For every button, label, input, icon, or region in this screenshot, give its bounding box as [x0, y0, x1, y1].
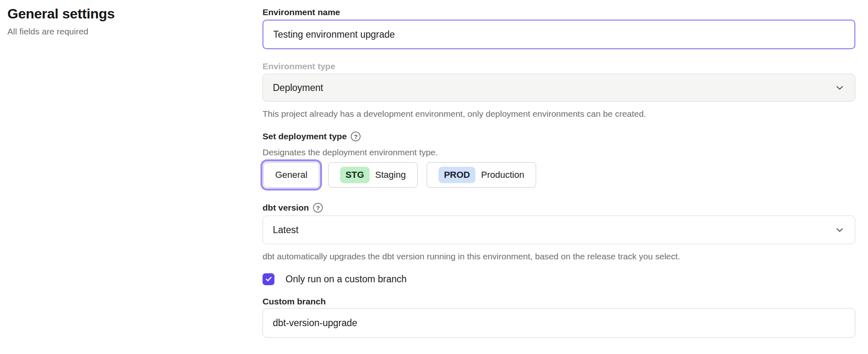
deployment-type-label: Set deployment type — [263, 131, 347, 142]
custom-branch-input[interactable] — [263, 308, 855, 338]
environment-type-helper: This project already has a development e… — [263, 108, 855, 120]
custom-branch-checkbox-label[interactable]: Only run on a custom branch — [286, 274, 407, 285]
environment-name-label: Environment name — [263, 7, 855, 18]
deployment-type-option-production-label: Production — [481, 170, 524, 180]
chevron-down-icon — [834, 82, 845, 93]
deployment-type-help-icon[interactable]: ? — [351, 132, 361, 141]
dbt-version-help-icon[interactable]: ? — [313, 203, 323, 213]
deployment-type-option-general-label: General — [275, 170, 307, 180]
dbt-version-helper: dbt automatically upgrades the dbt versi… — [263, 251, 855, 262]
custom-branch-checkbox[interactable] — [263, 273, 274, 285]
deployment-type-options: General STG Staging PROD Production — [263, 162, 855, 188]
deployment-type-description: Designates the deployment environment ty… — [263, 147, 855, 158]
settings-header: General settings All fields are required — [7, 5, 237, 37]
environment-name-input[interactable] — [263, 20, 855, 49]
chevron-down-icon — [834, 225, 845, 235]
dbt-version-label: dbt version — [263, 202, 309, 213]
production-badge: PROD — [439, 167, 475, 183]
page-title: General settings — [7, 5, 237, 22]
custom-branch-label: Custom branch — [263, 296, 855, 307]
checkmark-icon — [265, 275, 272, 283]
deployment-type-option-general[interactable]: General — [263, 162, 319, 188]
environment-type-select[interactable]: Deployment — [263, 74, 855, 102]
deployment-type-option-staging[interactable]: STG Staging — [328, 162, 418, 188]
environment-type-label: Environment type — [263, 61, 855, 72]
environment-settings-form: Environment name Environment type Deploy… — [263, 0, 855, 338]
environment-type-value: Deployment — [273, 82, 323, 93]
staging-badge: STG — [340, 167, 369, 183]
dbt-version-value: Latest — [273, 225, 299, 236]
deployment-type-option-production[interactable]: PROD Production — [427, 162, 536, 188]
deployment-type-option-staging-label: Staging — [375, 170, 406, 180]
dbt-version-select[interactable]: Latest — [263, 216, 855, 244]
page-subtitle: All fields are required — [7, 26, 237, 37]
